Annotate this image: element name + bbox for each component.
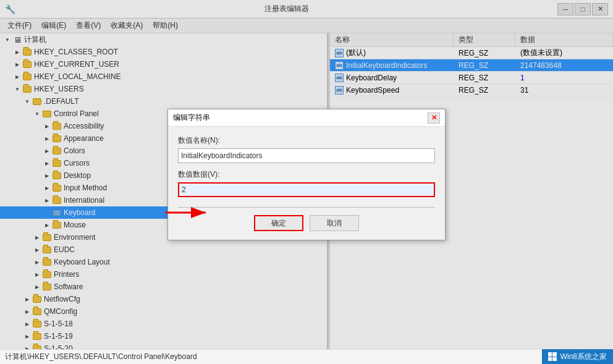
dialog-name-label: 数值名称(N): bbox=[178, 135, 435, 146]
dialog-data-input[interactable] bbox=[178, 182, 435, 197]
win-logo bbox=[548, 352, 557, 361]
dialog-name-input[interactable] bbox=[178, 148, 435, 163]
win8-label: Win8系统之家 bbox=[560, 352, 607, 362]
edit-string-dialog: 编辑字符串 ✕ 数值名称(N): 数值数据(V): bbox=[167, 109, 446, 240]
dialog-ok-button[interactable]: 确定 bbox=[254, 215, 303, 231]
dialog-data-label: 数值数据(V): bbox=[178, 169, 435, 180]
dialog-body: 数值名称(N): 数值数据(V): bbox=[168, 127, 445, 240]
win8-badge: Win8系统之家 bbox=[542, 349, 613, 364]
dialog-close-button[interactable]: ✕ bbox=[428, 112, 440, 124]
dialog-overlay: 编辑字符串 ✕ 数值名称(N): 数值数据(V): bbox=[0, 0, 613, 349]
dialog-cancel-button[interactable]: 取消 bbox=[310, 215, 359, 231]
dialog-title-bar: 编辑字符串 ✕ bbox=[168, 109, 445, 127]
red-arrow bbox=[159, 206, 221, 231]
dialog-buttons: 确定 取消 bbox=[178, 215, 435, 231]
status-path: 计算机\HKEY_USERS\.DEFAULT\Control Panel\Ke… bbox=[5, 352, 197, 362]
status-bar: 计算机\HKEY_USERS\.DEFAULT\Control Panel\Ke… bbox=[0, 349, 613, 364]
dialog-title: 编辑字符串 bbox=[173, 112, 210, 123]
